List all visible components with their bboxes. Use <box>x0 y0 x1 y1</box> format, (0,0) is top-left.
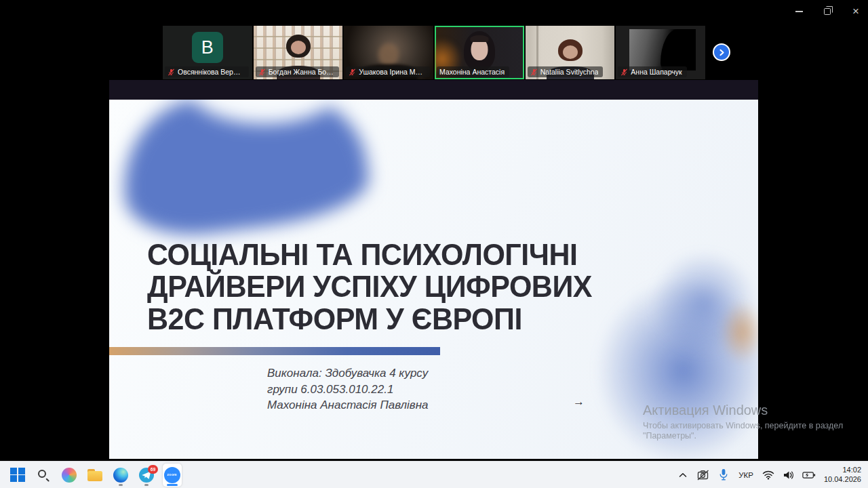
wifi-icon <box>762 470 774 480</box>
participant-tile[interactable]: Богдан Жанна Борисі... <box>254 26 343 79</box>
slide-title-line: СОЦІАЛЬНІ ТА ПСИХОЛОГІЧНІ <box>147 238 592 270</box>
participant-name-badge: Овсяннікова Вероніка <box>165 66 249 77</box>
edge-button[interactable] <box>111 464 130 487</box>
slide-title-line: B2C ПЛАТФОРМ У ЄВРОПІ <box>147 303 592 336</box>
battery-charging-icon <box>802 470 816 480</box>
slide-title: СОЦІАЛЬНІ ТА ПСИХОЛОГІЧНІ ДРАЙВЕРИ УСПІХ… <box>147 238 592 336</box>
system-tray: УКР 14:02 10.04.2026 <box>676 466 868 484</box>
zoom-meeting-window: × B Овсяннікова Вероніка Богдан Жанна Бо… <box>0 0 868 488</box>
next-participants-button[interactable] <box>713 43 730 61</box>
zoom-icon: zoom <box>164 467 180 483</box>
participant-name-badge: Анна Шапарчук <box>618 66 686 77</box>
camera-off-indicator[interactable] <box>696 468 710 483</box>
microphone-indicator[interactable] <box>717 468 730 483</box>
participant-name-badge: Богдан Жанна Борисі... <box>256 66 340 77</box>
clock[interactable]: 14:02 10.04.2026 <box>824 466 861 484</box>
telegram-button[interactable]: 69 <box>137 464 156 487</box>
avatar: B <box>192 32 223 63</box>
copilot-icon <box>62 468 77 483</box>
mic-muted-icon <box>258 68 266 76</box>
start-button[interactable] <box>8 464 27 487</box>
window-controls: × <box>793 4 861 19</box>
slide-title-line: ДРАЙВЕРИ УСПІХУ ЦИФРОВИХ <box>147 270 592 303</box>
folder-icon <box>87 469 102 481</box>
participant-name-badge: Ушакова Ірина Михай... <box>346 66 430 77</box>
shared-screen-top-bar <box>109 80 758 100</box>
windows-activation-watermark: Активация Windows Чтобы активировать Win… <box>643 402 846 441</box>
minimize-icon <box>795 11 803 12</box>
running-indicator <box>119 484 123 486</box>
file-explorer-button[interactable] <box>85 464 104 487</box>
mic-muted-icon <box>167 68 175 76</box>
watermark-title: Активация Windows <box>643 402 846 418</box>
windows-logo-icon <box>10 468 25 483</box>
restore-icon <box>824 8 831 15</box>
slide-subtitle: Виконала: Здобувачка 4 курсу групи 6.03.… <box>267 365 429 413</box>
participant-name-badge: Nataliia Svitlychna <box>528 66 604 77</box>
participant-name-badge: Махоніна Анастасія <box>437 66 509 77</box>
windows-taskbar: 69 zoom УКР <box>0 461 868 488</box>
decorative-blob-top-left <box>121 100 366 228</box>
slide-subtitle-line: Виконала: Здобувачка 4 курсу <box>267 365 429 382</box>
mic-icon <box>719 468 728 481</box>
running-indicator <box>144 484 149 486</box>
tray-date: 10.04.2026 <box>824 475 861 485</box>
chevron-up-icon <box>678 472 688 479</box>
active-app-indicator <box>167 484 178 486</box>
mic-muted-icon <box>620 68 628 76</box>
participant-name: Анна Шапарчук <box>631 68 682 76</box>
chevron-right-icon <box>718 49 726 56</box>
camera-off-icon <box>696 469 710 481</box>
copilot-button[interactable] <box>60 464 79 487</box>
search-button[interactable] <box>34 464 53 487</box>
edge-icon <box>113 468 128 483</box>
close-icon: × <box>852 6 859 17</box>
hidden-icons-button[interactable] <box>676 468 690 483</box>
participant-tile[interactable]: Nataliia Svitlychna <box>526 26 615 79</box>
slide-subtitle-line: Махоніна Анастасія Павлівна <box>267 397 429 413</box>
telegram-icon: 69 <box>139 468 154 483</box>
taskbar-apps: 69 zoom <box>0 464 182 487</box>
speaker-icon <box>783 470 795 481</box>
watermark-line: Чтобы активировать Windows, перейдите в … <box>643 421 846 431</box>
tray-time: 14:02 <box>824 466 861 475</box>
participant-filmstrip: B Овсяннікова Вероніка Богдан Жанна Бори… <box>163 26 705 79</box>
wifi-indicator[interactable] <box>762 468 775 483</box>
mic-muted-icon <box>349 68 356 76</box>
participant-tile[interactable]: Анна Шапарчук <box>616 26 705 79</box>
restore-button[interactable] <box>822 6 833 17</box>
participant-name: Nataliia Svitlychna <box>540 68 599 76</box>
zoom-app-button[interactable]: zoom <box>163 464 182 487</box>
search-icon <box>37 468 50 482</box>
close-button[interactable]: × <box>850 6 861 17</box>
title-underline-gradient-bar <box>109 347 440 355</box>
participant-name: Ушакова Ірина Михай... <box>359 68 425 76</box>
participant-video <box>378 43 399 66</box>
watermark-line: "Параметры". <box>643 431 846 441</box>
mic-muted-icon <box>530 68 538 76</box>
participant-name: Махоніна Анастасія <box>439 68 505 76</box>
slide-subtitle-line: групи 6.03.053.010.22.1 <box>267 382 429 398</box>
minimize-button[interactable] <box>793 6 804 17</box>
participant-tile-active-speaker[interactable]: Махоніна Анастасія <box>435 26 524 79</box>
language-indicator[interactable]: УКР <box>737 471 755 479</box>
notification-badge: 69 <box>148 465 158 474</box>
participant-name: Овсяннікова Вероніка <box>178 68 244 76</box>
participant-tile[interactable]: Ушакова Ірина Михай... <box>344 26 433 79</box>
decorative-blob-orange <box>711 288 758 376</box>
battery-indicator[interactable] <box>802 468 816 483</box>
arrow-pointer-icon: → <box>573 395 585 409</box>
participant-name: Богдан Жанна Борисі... <box>269 68 335 76</box>
participant-tile[interactable]: B Овсяннікова Вероніка <box>163 26 252 79</box>
volume-indicator[interactable] <box>782 468 795 483</box>
